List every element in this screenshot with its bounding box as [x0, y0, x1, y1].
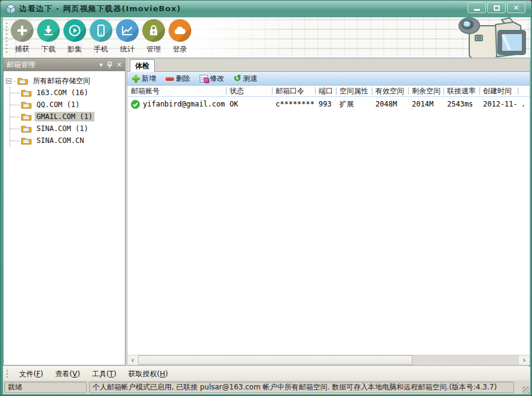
cell-port: 993	[315, 100, 336, 108]
column-header-port[interactable]: 端口	[315, 86, 336, 96]
scroll-right-arrow-icon[interactable]: ›	[519, 355, 530, 365]
menu-view[interactable]: 查看(V)	[49, 367, 86, 381]
column-header-status[interactable]: 状态	[226, 86, 272, 96]
app-window: 边看边下 - 网页视频下载器(ImovieBox) ✕ 捕获	[0, 0, 532, 396]
panel-header: 邮箱管理 ▾ ✕	[4, 59, 125, 71]
toolbar-grip[interactable]	[5, 22, 8, 53]
window-title: 边看边下 - 网页视频下载器(ImovieBox)	[19, 4, 181, 14]
toolbar-button-capture[interactable]: 捕获	[9, 19, 35, 54]
column-header-space-type[interactable]: 空间属性	[336, 86, 372, 96]
modify-edit-icon	[200, 75, 208, 83]
menubar-grip[interactable]	[6, 370, 8, 379]
modify-button[interactable]: 修改	[200, 74, 224, 84]
pin-icon[interactable]	[107, 62, 112, 69]
tab-health-check[interactable]: 体检	[130, 59, 155, 72]
account-email: yifanbird@gmail.com	[143, 100, 225, 108]
cell-created: 2012-11-27	[479, 100, 518, 108]
column-header-capacity[interactable]: 有效空间	[372, 86, 408, 96]
tree-connector	[10, 87, 10, 147]
tree-item-label: QQ.COM (1)	[35, 100, 81, 109]
table-header: 邮箱账号 状态 邮箱口令 端口 空间属性 有效空间 剩余空间 联接速率 创建时间	[127, 86, 530, 97]
main-panel: 体检 新增 删除 修改 ↺ 测速	[127, 58, 530, 365]
menu-file[interactable]: 文件(F)	[13, 367, 49, 381]
delete-label: 删除	[176, 74, 190, 84]
phone-icon	[90, 19, 112, 42]
column-header-remaining[interactable]: 剩余空间	[408, 86, 444, 96]
toolbar-button-download[interactable]: 下载	[35, 19, 62, 54]
download-icon	[37, 19, 60, 42]
cell-password: c*********	[272, 100, 315, 108]
maximize-button[interactable]	[487, 2, 506, 13]
panel-header-icons: ▾ ✕	[99, 62, 122, 69]
toolbar-label: 影集	[68, 44, 82, 54]
status-ok-check-icon	[131, 100, 140, 109]
tree-item-label: SINA.COM.CN	[35, 136, 85, 145]
add-button[interactable]: 新增	[132, 74, 156, 84]
cell-extra: .	[518, 100, 530, 108]
tree-root-all-mailboxes[interactable]: 所有邮箱存储空间	[4, 75, 125, 87]
toolbar-button-phone[interactable]: 手机	[88, 19, 114, 54]
column-header-password[interactable]: 邮箱口令	[272, 86, 315, 96]
tree-item-sinacomcn[interactable]: SINA.COM.CN	[4, 135, 125, 147]
close-icon: ✕	[513, 4, 519, 11]
panel-close-icon[interactable]: ✕	[117, 62, 122, 68]
maximize-icon	[494, 5, 500, 11]
stats-chart-icon	[116, 19, 139, 42]
status-ready: 就绪	[4, 382, 87, 393]
toolbar-label: 捕获	[15, 44, 29, 54]
delete-minus-icon	[166, 77, 174, 81]
speedtest-button[interactable]: ↺ 测速	[234, 74, 258, 84]
horizontal-scrollbar: ‹ ›	[127, 355, 530, 365]
toolbar-label: 手机	[94, 44, 108, 54]
scrollbar-thumb[interactable]	[138, 355, 412, 365]
tab-strip: 体检	[127, 59, 530, 72]
column-header-created[interactable]: 创建时间	[479, 86, 518, 96]
scroll-left-arrow-icon[interactable]: ‹	[127, 355, 138, 365]
table-row[interactable]: yifanbird@gmail.com OK c********* 993 扩展…	[127, 97, 530, 111]
toolbar-button-login[interactable]: 登录	[167, 19, 193, 54]
scrollbar-track[interactable]	[138, 355, 519, 365]
toolbar-button-album[interactable]: 影集	[62, 19, 88, 54]
action-toolbar: 新增 删除 修改 ↺ 测速	[127, 72, 530, 86]
panel-title: 邮箱管理	[7, 60, 99, 70]
cell-remaining: 2014M	[408, 100, 444, 108]
menu-tools[interactable]: 工具(T)	[86, 367, 123, 381]
add-plus-icon	[132, 75, 140, 83]
tree-item-gmailcom[interactable]: GMAIL.COM (1)	[4, 111, 125, 123]
dropdown-arrow-icon[interactable]: ▾	[99, 62, 103, 68]
tree-item-163com[interactable]: 163.COM (16)	[4, 87, 125, 99]
toolbar-button-manage[interactable]: 管理	[140, 19, 167, 54]
menu-license[interactable]: 获取授权(H)	[123, 367, 174, 381]
minimize-icon	[474, 9, 480, 11]
column-header-account[interactable]: 邮箱账号	[127, 86, 226, 96]
delete-button[interactable]: 删除	[166, 74, 190, 84]
minimize-button[interactable]	[467, 2, 486, 13]
resize-grip-icon[interactable]	[522, 386, 530, 394]
cell-space-type: 扩展	[336, 99, 372, 109]
mail-folder-icon	[21, 100, 32, 109]
toolbar-label: 登录	[173, 44, 187, 54]
column-header-extra[interactable]	[518, 86, 530, 96]
toolbar-label: 下载	[41, 44, 56, 54]
album-play-icon	[63, 19, 86, 42]
tree-item-label: 163.COM (16)	[35, 88, 90, 98]
cell-speed: 2543ms	[444, 100, 479, 108]
client-area: 捕获 下载 影集	[3, 17, 529, 393]
toolbar-button-stats[interactable]: 统计	[114, 19, 140, 54]
app-cube-icon	[5, 4, 16, 14]
mailbox-manager-panel: 邮箱管理 ▾ ✕ 所有邮箱存储空间 163.CO	[3, 58, 126, 365]
toolbar-items: 捕获 下载 影集	[9, 19, 193, 54]
title-bar: 边看边下 - 网页视频下载器(ImovieBox) ✕	[1, 1, 531, 17]
mail-folder-icon	[21, 112, 32, 121]
close-button[interactable]: ✕	[507, 2, 525, 13]
tree-item-label: SINA.COM (1)	[35, 124, 90, 133]
status-bar: 就绪 个人邮箱帐户模式已启用, 已联接 pulsar@163.com 帐户中所有…	[3, 380, 530, 394]
collapse-icon[interactable]	[6, 78, 11, 84]
column-header-speed[interactable]: 联接速率	[444, 86, 479, 96]
mail-folder-icon	[21, 89, 32, 97]
tree-item-qqcom[interactable]: QQ.COM (1)	[4, 99, 125, 111]
tree-item-sinacom[interactable]: SINA.COM (1)	[4, 123, 125, 135]
main-toolbar: 捕获 下载 影集	[3, 17, 530, 58]
mail-folder-icon	[21, 124, 32, 133]
status-message: 个人邮箱帐户模式已启用, 已联接 pulsar@163.com 帐户中所有邮箱空…	[89, 382, 514, 393]
